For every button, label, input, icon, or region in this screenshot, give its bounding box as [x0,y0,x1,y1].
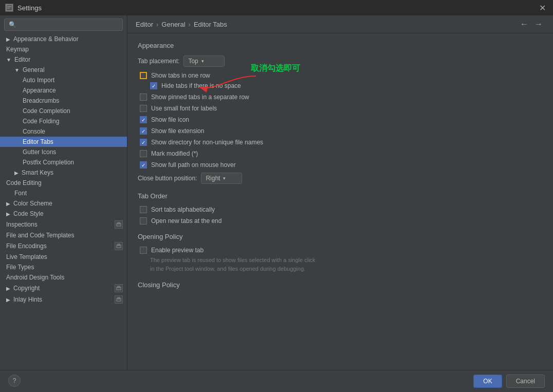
sidebar-item-code-style[interactable]: ▶ Code Style [0,209,127,219]
nav-forward-button[interactable]: → [532,20,545,29]
hide-tabs-row: Hide tabs if there is no space [138,82,543,89]
sort-tabs-row: Sort tabs alphabetically [138,206,543,213]
sidebar-item-inspections[interactable]: Inspections [0,219,127,230]
sidebar-item-copyright[interactable]: ▶ Copyright [0,283,127,294]
sidebar-item-console[interactable]: Console [0,126,127,137]
appearance-section-title: Appearance [138,42,543,49]
tab-order-section: Tab Order Sort tabs alphabetically Open … [138,192,543,225]
mark-modified-label: Mark modified (*) [151,150,198,157]
sidebar-item-label: Postfix Completion [23,159,74,166]
cancel-button[interactable]: Cancel [506,375,545,388]
sidebar-item-appearance[interactable]: Appearance [0,85,127,96]
show-file-icon-checkbox[interactable] [140,116,147,123]
closing-policy-section: Closing Policy [138,281,543,289]
close-button[interactable]: ✕ [537,3,548,13]
sidebar-item-label: Color Scheme [13,200,52,207]
expand-arrow: ▶ [14,170,19,176]
sidebar-item-file-code-templates[interactable]: File and Code Templates [0,230,127,240]
expand-arrow: ▼ [6,57,11,63]
sidebar-item-general[interactable]: ▼ General [0,65,127,75]
breadcrumb-sep1: › [156,21,158,28]
sidebar-item-keymap[interactable]: Keymap [0,44,127,54]
hide-tabs-checkbox[interactable] [150,82,157,89]
show-file-extension-checkbox[interactable] [140,127,147,135]
sidebar-item-postfix-completion[interactable]: Postfix Completion [0,157,127,167]
close-button-label: Close button position: [138,175,197,182]
opening-policy-title: Opening Policy [138,233,543,240]
show-file-extension-label: Show file extension [151,127,204,135]
sort-tabs-label: Sort tabs alphabetically [151,206,215,213]
tab-placement-label: Tab placement: [138,58,179,65]
sidebar-item-font[interactable]: Font [0,188,127,198]
show-directory-checkbox[interactable] [140,139,147,146]
sort-tabs-checkbox[interactable] [140,206,147,213]
sidebar-item-file-encodings[interactable]: File Encodings [0,240,127,252]
tab-placement-row: Tab placement: Top ▾ [138,55,543,67]
window-title: Settings [17,4,533,12]
sidebar-item-live-templates[interactable]: Live Templates [0,252,127,262]
inlay-hints-badge [115,295,123,304]
search-box[interactable]: 🔍 [4,18,123,31]
sidebar-item-breadcrumbs[interactable]: Breadcrumbs [0,96,127,106]
sidebar-item-label: Appearance & Behavior [13,35,79,43]
main-layout: 🔍 ▶ Appearance & Behavior Keymap ▼ Edito… [0,15,553,370]
tab-placement-value: Top [188,58,198,65]
ok-button[interactable]: OK [473,375,502,388]
breadcrumb-editor-tabs: Editor Tabs [194,21,227,28]
search-input[interactable] [20,21,118,28]
sidebar-item-appearance-behavior[interactable]: ▶ Appearance & Behavior [0,34,127,44]
sidebar-item-smart-keys[interactable]: ▶ Smart Keys [0,167,127,178]
enable-preview-checkbox[interactable] [140,247,147,254]
file-encodings-badge [115,242,123,250]
sidebar-item-editor-tabs[interactable]: Editor Tabs [0,137,127,147]
help-button[interactable]: ? [8,375,21,387]
sidebar-item-label: Android Design Tools [6,274,64,281]
tab-placement-dropdown[interactable]: Top ▾ [183,55,225,67]
use-small-font-checkbox[interactable] [140,105,147,112]
enable-preview-label: Enable preview tab [151,247,204,254]
sidebar-item-label: File and Code Templates [6,232,75,239]
sidebar-item-label: Code Style [13,210,44,217]
show-pinned-checkbox[interactable] [140,94,147,101]
svg-rect-1 [7,6,11,7]
sidebar-item-file-types[interactable]: File Types [0,262,127,272]
show-tabs-one-row-row: Show tabs in one row [138,72,210,79]
expand-arrow: ▶ [6,297,10,303]
close-button-value: Right [206,175,220,182]
sidebar: 🔍 ▶ Appearance & Behavior Keymap ▼ Edito… [0,15,127,370]
show-tabs-one-row-checkbox[interactable] [140,72,147,79]
sidebar-item-gutter-icons[interactable]: Gutter Icons [0,147,127,157]
expand-arrow: ▶ [6,286,10,291]
sidebar-item-code-folding[interactable]: Code Folding [0,116,127,126]
show-full-path-row: Show full path on mouse hover [138,161,543,169]
sidebar-item-editor[interactable]: ▼ Editor [0,54,127,65]
sidebar-item-auto-import[interactable]: Auto Import [0,75,127,85]
show-full-path-checkbox[interactable] [140,161,147,169]
sidebar-item-android-design-tools[interactable]: Android Design Tools [0,272,127,283]
nav-back-button[interactable]: ← [518,20,530,29]
inspections-badge [115,220,123,229]
open-new-end-label: Open new tabs at the end [151,217,222,225]
sidebar-item-label: Code Editing [6,179,42,186]
use-small-font-row: Use small font for labels [138,105,543,112]
show-full-path-label: Show full path on mouse hover [151,161,236,169]
sidebar-item-code-editing[interactable]: Code Editing [0,178,127,188]
breadcrumb-general: General [161,21,185,28]
sidebar-item-label: General [23,66,45,73]
copyright-badge [115,284,123,292]
sidebar-item-code-completion[interactable]: Code Completion [0,106,127,116]
sidebar-item-label: Font [14,190,27,197]
show-file-icon-row: Show file icon [138,116,543,123]
open-new-end-checkbox[interactable] [140,217,147,225]
search-icon: 🔍 [9,21,16,28]
expand-arrow: ▶ [6,211,10,217]
open-new-end-row: Open new tabs at the end [138,217,543,225]
mark-modified-checkbox[interactable] [140,150,147,157]
title-bar: Settings ✕ [0,0,553,15]
sidebar-item-color-scheme[interactable]: ▶ Color Scheme [0,198,127,209]
sidebar-item-inlay-hints[interactable]: ▶ Inlay Hints [0,294,127,305]
sidebar-item-label: Auto Import [23,77,54,84]
bottom-bar: ? OK Cancel [0,370,553,392]
close-button-dropdown[interactable]: Right ▾ [201,173,242,184]
sidebar-item-label: Breadcrumbs [23,97,59,104]
